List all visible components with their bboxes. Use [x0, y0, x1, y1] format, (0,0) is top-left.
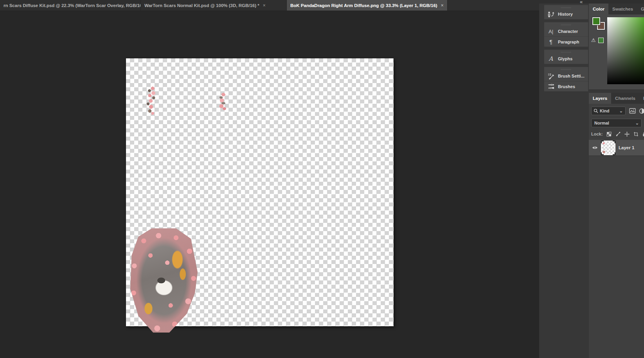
- tab-swatches[interactable]: Swatches: [608, 4, 637, 14]
- character-panel-button[interactable]: A| Character: [544, 26, 588, 36]
- brushes-icon: [547, 83, 554, 90]
- tab-label: WarTorn Scars Normal Kit.psd @ 100% (3D,…: [144, 3, 259, 8]
- tab-wartorn-scars-diffuse[interactable]: rn Scars Diffuse Kit.psd @ 22.3% (WarTor…: [0, 0, 141, 11]
- close-icon[interactable]: ×: [263, 3, 266, 8]
- tab-wartorn-scars-normal[interactable]: WarTorn Scars Normal Kit.psd @ 100% (3D,…: [141, 0, 287, 11]
- chevron-down-icon: ⌄: [635, 121, 641, 126]
- visibility-eye-icon[interactable]: [592, 146, 598, 150]
- tab-label: rn Scars Diffuse Kit.psd @ 22.3% (WarTor…: [4, 3, 141, 8]
- glyphs-label: Glyphs: [558, 56, 572, 61]
- brush-settings-label: Brush Setti...: [558, 74, 585, 78]
- group-grip[interactable]: [561, 7, 571, 8]
- flower-cluster-top-middle: [215, 92, 230, 110]
- lock-all-icon[interactable]: [642, 132, 644, 137]
- layer-thumbnail[interactable]: [601, 141, 615, 155]
- paragraph-label: Paragraph: [558, 40, 579, 44]
- layer-name[interactable]: Layer 1: [619, 145, 634, 150]
- filter-adjustment-layers-button[interactable]: [638, 107, 644, 115]
- color-panel-body: ⚠: [589, 14, 644, 89]
- layers-panel: Layers Channels Paths Kind ⌄: [589, 93, 644, 358]
- group-grip[interactable]: [561, 24, 571, 25]
- layers-panel-body: Kind ⌄ Normal ⌄: [589, 104, 644, 358]
- filter-pixel-layers-button[interactable]: [628, 107, 637, 115]
- brush-settings-icon: [547, 72, 554, 80]
- lock-row: Lock:: [589, 130, 644, 138]
- lock-transparency-icon[interactable]: [606, 132, 612, 137]
- document-tab-bar: rn Scars Diffuse Kit.psd @ 22.3% (WarTor…: [0, 0, 539, 11]
- paragraph-panel-button[interactable]: ¶ Paragraph: [544, 36, 588, 47]
- tab-channels[interactable]: Channels: [611, 93, 639, 104]
- character-icon: A|: [547, 28, 554, 35]
- layers-panel-tabs: Layers Channels Paths: [589, 93, 644, 104]
- sleeve-artwork-bottom-left: [130, 228, 198, 333]
- tab-bok-pandadragon-right-arm-diffuse[interactable]: BoK PandaDragon Right Arm Diffuse.png @ …: [287, 0, 448, 11]
- color-panel-tabs: Color Swatches Gradien: [589, 4, 644, 14]
- gamut-warning-swatch[interactable]: [598, 38, 604, 43]
- brushes-label: Brushes: [558, 84, 575, 89]
- group-grip[interactable]: [561, 52, 571, 53]
- blend-mode-dropdown[interactable]: Normal ⌄: [591, 119, 642, 127]
- chevron-down-icon: ⌄: [619, 108, 625, 114]
- panel-group-history: History: [544, 5, 588, 20]
- group-grip[interactable]: [561, 69, 571, 70]
- flower-cluster-top-left: [143, 85, 160, 115]
- tab-paths[interactable]: Paths: [639, 93, 644, 104]
- brush-settings-panel-button[interactable]: Brush Setti...: [544, 71, 588, 81]
- image-icon: [629, 108, 636, 114]
- history-panel-button[interactable]: History: [544, 9, 588, 19]
- layer-row-layer-1[interactable]: Layer 1: [589, 140, 644, 156]
- canvas-viewport[interactable]: [0, 11, 539, 358]
- right-panel-dock: « History A| Character ¶: [539, 0, 644, 358]
- glyphs-icon: A: [547, 55, 554, 62]
- tab-color[interactable]: Color: [589, 4, 608, 14]
- blend-mode-value: Normal: [594, 121, 609, 125]
- search-icon: [594, 108, 598, 113]
- lock-artboard-icon[interactable]: [633, 132, 639, 137]
- filter-kind-label: Kind: [600, 108, 609, 113]
- selection-corner: [613, 152, 615, 155]
- half-circle-icon: [639, 108, 644, 114]
- gamut-warning-icon[interactable]: ⚠: [591, 37, 596, 43]
- color-panel: Color Swatches Gradien ⚠: [589, 4, 644, 89]
- foreground-color-swatch[interactable]: [592, 17, 600, 25]
- panel-group-type: A| Character ¶ Paragraph: [544, 22, 588, 47]
- history-icon: [547, 11, 554, 18]
- lock-label: Lock:: [591, 132, 603, 136]
- tab-layers[interactable]: Layers: [589, 93, 611, 104]
- tab-label: BoK PandaDragon Right Arm Diffuse.png @ …: [290, 3, 437, 8]
- character-label: Character: [558, 29, 578, 34]
- collapse-panels-icon[interactable]: «: [580, 0, 582, 5]
- dock-header: «: [539, 0, 644, 4]
- document-canvas[interactable]: [126, 58, 394, 326]
- panel-group-glyphs: A Glyphs: [544, 49, 588, 64]
- glyphs-panel-button[interactable]: A Glyphs: [544, 54, 588, 64]
- lock-position-icon[interactable]: [624, 132, 630, 137]
- history-label: History: [558, 12, 573, 16]
- tab-gradients[interactable]: Gradien: [637, 4, 644, 14]
- color-picker-ramp[interactable]: [607, 17, 644, 84]
- photoshop-window: rn Scars Diffuse Kit.psd @ 22.3% (WarTor…: [0, 0, 644, 358]
- collapsed-panels-strip: History A| Character ¶ Paragraph A Gly: [544, 5, 588, 94]
- brushes-panel-button[interactable]: Brushes: [544, 81, 588, 91]
- thumbnail-artwork-speck: [603, 150, 605, 154]
- filter-kind-dropdown[interactable]: Kind ⌄: [591, 107, 626, 115]
- close-icon[interactable]: ×: [441, 3, 444, 8]
- lock-pixels-icon[interactable]: [615, 132, 621, 137]
- thumbnail-artwork-speck: [603, 142, 605, 145]
- selection-corner: [613, 141, 615, 143]
- panel-group-brushes: Brush Setti... Brushes: [544, 67, 588, 92]
- paragraph-icon: ¶: [547, 38, 554, 45]
